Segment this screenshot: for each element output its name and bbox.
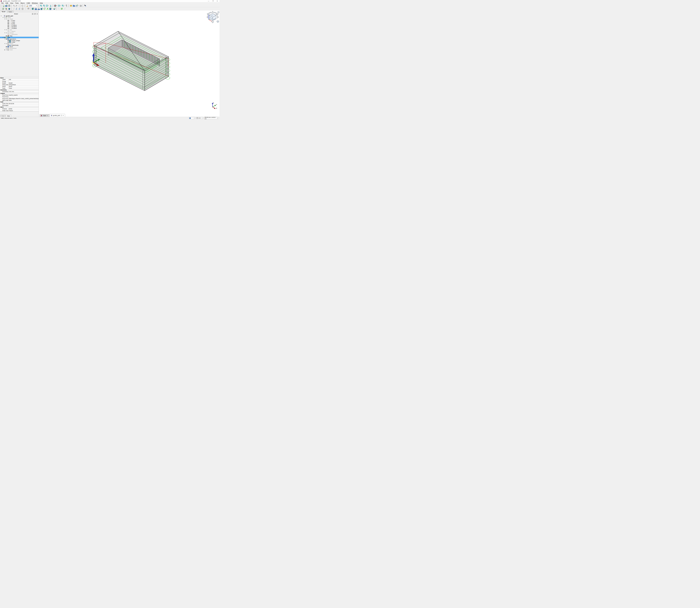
close-icon[interactable] (37, 13, 38, 15)
cam-tool-controller-button[interactable] (15, 7, 18, 10)
property-value[interactable]: [G54] (8, 108, 39, 110)
property-value[interactable] (8, 104, 39, 106)
toolbar-handle[interactable] (20, 5, 20, 7)
property-value[interactable]: //files/apps.share/G-Code_List/3D_printe… (8, 98, 39, 99)
tree-item-origin[interactable]: ▼Origin (0, 18, 39, 20)
visibility-off-icon[interactable] (5, 32, 7, 34)
cam-engrave-button[interactable] (46, 7, 49, 10)
property-value[interactable]: Job (8, 79, 39, 80)
visibility-off-icon[interactable] (5, 18, 7, 20)
property-row[interactable]: Post Proces...//files/apps.share/G-Code_… (0, 98, 39, 99)
toolbar-handle[interactable] (30, 8, 31, 10)
property-row[interactable]: Order Outp...Fixture (0, 110, 39, 112)
property-value[interactable]: Model (8, 82, 39, 84)
create-group-button[interactable] (72, 4, 75, 7)
visibility-on-icon[interactable] (5, 38, 7, 40)
property-value[interactable]: 00:02:59 (8, 103, 39, 104)
property-tab-data[interactable]: Data (6, 115, 11, 117)
visibility-on-icon[interactable] (5, 35, 7, 37)
menu-cam[interactable]: CAM (26, 2, 31, 4)
3d-viewport[interactable]: TOP FRONT RIGHT Z Y X (39, 11, 219, 117)
tree-item-job[interactable]: ▼Job (0, 37, 39, 38)
property-row[interactable]: Post Proces...mach3_mach4 (0, 94, 39, 96)
close-icon[interactable]: ✕ (47, 115, 48, 116)
toolbar-handle[interactable] (11, 5, 12, 7)
close-button[interactable]: ✕ (217, 0, 218, 2)
property-value[interactable]: Fixture (8, 110, 39, 111)
toolbar-handle[interactable] (53, 5, 53, 7)
tree-item-sketch[interactable]: Sketch (0, 31, 39, 32)
float-icon[interactable] (34, 13, 36, 15)
toolbar-handle[interactable] (11, 8, 12, 10)
expander-icon[interactable]: ▼ (2, 17, 4, 18)
cam-postprocess-button[interactable] (5, 7, 8, 10)
cam-stock-button[interactable] (21, 7, 24, 10)
visibility-off-icon[interactable] (7, 31, 9, 32)
property-value[interactable]: 0.01 mm (8, 91, 39, 92)
cam-pocket3d-button[interactable] (40, 7, 43, 10)
open-file-button[interactable] (5, 4, 8, 7)
expander-icon[interactable]: ▼ (4, 32, 5, 33)
visibility-off-icon[interactable] (5, 48, 7, 49)
undo-button[interactable] (12, 4, 15, 7)
save-file-button[interactable] (8, 4, 11, 7)
standard-views-button[interactable]: ▼ (45, 4, 49, 7)
redo-button[interactable] (15, 4, 18, 7)
visibility-off-icon[interactable] (5, 43, 7, 44)
navigation-cube[interactable]: TOP FRONT RIGHT (206, 11, 219, 23)
expressions-button[interactable]: {} (79, 4, 82, 7)
mdi-tab-start[interactable]: Start✕ (40, 114, 49, 117)
cam-simulator-button[interactable] (18, 7, 21, 10)
tree-item-xz-plane[interactable]: XZ-plane (0, 26, 39, 27)
property-row[interactable]: Setup SheetSetupSheet (0, 84, 39, 86)
tree-item-setupsheet[interactable]: SetupSheet (0, 48, 39, 49)
property-row[interactable]: Description (0, 104, 39, 106)
visibility-on-icon[interactable] (7, 20, 9, 21)
tree-item-xy-plane[interactable]: XY-plane (0, 24, 39, 26)
expander-icon[interactable]: ▼ (2, 37, 4, 38)
property-row[interactable]: Fixtures[G54] (0, 108, 39, 110)
expander-icon[interactable]: ▼ (1, 15, 2, 16)
property-value[interactable]: Tools (8, 88, 39, 89)
menu-view[interactable]: View (9, 2, 14, 4)
align-view-button[interactable] (49, 4, 52, 7)
draw-style-button[interactable]: ▼ (57, 4, 61, 7)
property-tab-view[interactable]: View (0, 115, 6, 117)
cam-toolbit-dock-button[interactable] (27, 7, 30, 10)
restore-button[interactable]: ❐ (212, 0, 214, 2)
visibility-on-icon[interactable] (7, 41, 9, 43)
tree-item-pad[interactable]: ▼Pad (0, 29, 39, 31)
menu-macro[interactable]: Macro (20, 2, 26, 4)
cam-adaptive-button[interactable]: ▼ (49, 7, 53, 10)
close-icon[interactable]: ✕ (63, 115, 64, 116)
visibility-on-icon[interactable] (7, 23, 9, 24)
property-row[interactable]: Group (0, 80, 39, 82)
menu-windows[interactable]: Windows (31, 2, 39, 4)
tree-item-yz-plane[interactable]: YZ-plane (0, 27, 39, 29)
cam-drilling-button[interactable] (37, 7, 40, 10)
visibility-off-icon[interactable] (4, 17, 6, 18)
visibility-on-icon[interactable] (5, 46, 7, 48)
workbench-selector[interactable]: CAM▼ (26, 4, 38, 7)
property-row[interactable]: Post Proces... (0, 96, 39, 98)
property-row[interactable]: ToolsTools (0, 88, 39, 89)
unit-scheme-selector[interactable]: ▼ (189, 117, 195, 119)
cam-job-button[interactable] (2, 7, 5, 10)
expander-icon[interactable]: ▶ (4, 49, 5, 51)
minimize-button[interactable]: — (208, 0, 209, 2)
navigation-stop-button[interactable]: ▼ (54, 4, 57, 7)
tree-item-gcode-part[interactable]: ▼gcode_part (0, 15, 39, 17)
tree-item-model-body[interactable]: Model-Body (0, 44, 39, 46)
expander-icon[interactable]: ▼ (4, 29, 5, 30)
dock-icon[interactable] (32, 13, 33, 15)
dock-tab-model[interactable]: Model (0, 11, 7, 13)
fit-all-button[interactable] (39, 4, 42, 7)
toolbar-handle[interactable] (1, 8, 1, 10)
tree-item-pocket-shape[interactable]: Pocket_Shape (0, 40, 39, 41)
property-value[interactable]: false (8, 99, 39, 101)
property-value[interactable]: Stock (8, 86, 39, 87)
visibility-on-icon[interactable] (7, 26, 9, 27)
property-row[interactable]: LabelJob (0, 79, 39, 80)
tree-item-sketch001[interactable]: Sketch001 (0, 34, 39, 35)
visibility-off-icon[interactable] (5, 49, 7, 51)
